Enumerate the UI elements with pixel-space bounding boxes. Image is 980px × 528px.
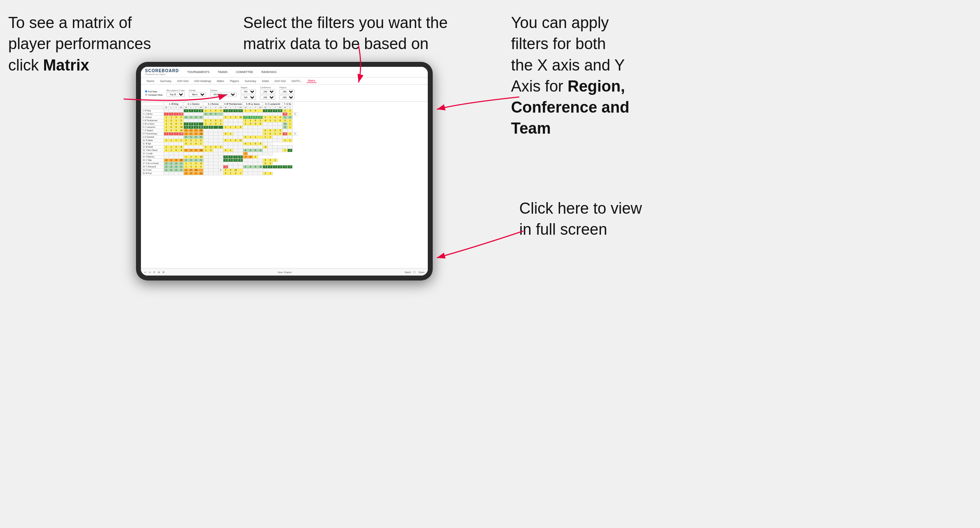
matrix-cell: 0 <box>174 116 179 119</box>
toolbar-watch[interactable]: Watch <box>405 271 411 273</box>
matrix-cell: 3 <box>184 172 189 175</box>
matrix-cell <box>204 136 209 139</box>
matrix-cell: 1 <box>268 116 273 119</box>
table-row: 2. L Clanton210-16101-2422 <box>141 113 298 116</box>
matrix-cell: 1 <box>273 165 278 169</box>
toolbar-redo[interactable]: ↪ <box>149 271 151 273</box>
tab-matrix-active[interactable]: Matrix <box>307 79 317 83</box>
matrix-cell: 2 <box>179 162 184 165</box>
compact-view-radio[interactable]: Compact View <box>145 94 162 96</box>
nav-committee[interactable]: COMMITTEE <box>234 70 255 74</box>
matrix-cell <box>253 113 258 116</box>
matrix-cell: 1 <box>263 132 268 136</box>
full-view-radio[interactable]: Full View <box>145 90 162 93</box>
matrix-cell: 1 <box>209 146 213 149</box>
tab-h2h-heatmap[interactable]: H2H Heatmap <box>193 79 212 83</box>
matrix-cell: 2 <box>189 109 194 113</box>
matrix-cell: 2 <box>248 149 253 152</box>
matrix-cell: 0 <box>213 123 218 126</box>
matrix-cell: -1 <box>258 149 263 152</box>
matrix-cell: 1 <box>174 139 179 142</box>
filter-conference: Conference (All) (All) <box>260 86 275 100</box>
matrix-cell: 0 <box>243 142 248 146</box>
toolbar-reload[interactable]: ⟳ <box>153 271 155 273</box>
matrix-cell <box>253 162 258 165</box>
toolbar-view-original[interactable]: View: Original <box>278 271 292 273</box>
toolbar-fullscreen[interactable]: ⛶ <box>413 271 416 273</box>
matrix-cell: 0 <box>174 113 179 116</box>
matrix-cell: 2 <box>164 159 169 162</box>
matrix-cell <box>258 113 263 116</box>
tab-h2h-grid2[interactable]: H2H Grid <box>273 79 287 83</box>
table-row: 15. P Maichon110-194110-722 <box>141 156 298 159</box>
matrix-cell <box>258 136 263 139</box>
tab-summary[interactable]: Summary <box>159 79 173 83</box>
matrix-cell: 1 <box>189 149 194 152</box>
nav-tournaments[interactable]: TOURNAMENTS <box>185 70 211 74</box>
matrix-cell: 0 <box>263 162 268 165</box>
matrix-cell: -8 <box>199 162 204 165</box>
matrix-cell <box>213 162 218 165</box>
tab-matrix-left[interactable]: Matrix <box>216 79 225 83</box>
matrix-cell: 0 <box>233 139 238 142</box>
matrix-cell <box>248 146 253 149</box>
players-select1[interactable]: (All) <box>279 89 295 94</box>
max-players-select[interactable]: Top 25 <box>166 92 185 97</box>
matrix-cell <box>233 123 238 126</box>
matrix-cell <box>209 156 213 159</box>
matrix-cell <box>278 139 283 142</box>
sub-header-name <box>141 106 164 109</box>
tab-summary2[interactable]: Summary <box>244 79 258 83</box>
matrix-cell <box>218 132 223 136</box>
player-name-cell: 12. M Riedel <box>141 146 164 149</box>
matrix-cell <box>243 146 248 149</box>
player-name-cell: 11. M Ege <box>141 142 164 146</box>
matrix-cell: 2 <box>184 159 189 162</box>
conference-select2[interactable]: (All) <box>260 95 275 100</box>
nav-teams[interactable]: TEAMS <box>216 70 229 74</box>
matrix-cell <box>194 119 199 123</box>
matrix-cell <box>199 152 204 156</box>
matrix-cell <box>204 129 209 132</box>
gender-select[interactable]: Men's <box>189 92 206 97</box>
region-select2[interactable]: N/A <box>241 95 256 100</box>
matrix-cell: 0 <box>223 132 228 136</box>
filter-division: Division NCAA Division I <box>210 89 237 97</box>
matrix-cell <box>164 156 169 159</box>
matrix-container[interactable]: 1. W Ding 2. L Clanton 3. J Koivun 4. M … <box>141 102 428 271</box>
toolbar-share[interactable]: Share <box>418 271 424 273</box>
matrix-cell: 5 <box>263 159 268 162</box>
matrix-cell: 1 <box>288 119 293 123</box>
players-select2[interactable]: (All) <box>279 95 295 100</box>
tab-players[interactable]: Players <box>229 79 240 83</box>
matrix-cell: 1 <box>243 123 248 126</box>
matrix-cell <box>209 159 213 162</box>
tab-teams[interactable]: Teams <box>145 79 155 83</box>
matrix-cell: 0 <box>194 162 199 165</box>
tab-detail[interactable]: Detail <box>260 79 270 83</box>
nav-rankings[interactable]: RANKINGS <box>260 70 278 74</box>
toolbar-settings[interactable]: ⚙ <box>162 271 164 273</box>
tab-h2hth[interactable]: H2HTh... <box>290 79 303 83</box>
matrix-cell: 1 <box>223 126 228 129</box>
sh-t5: T <box>253 106 258 109</box>
matrix-cell: 1 <box>169 149 174 152</box>
matrix-cell <box>278 123 283 126</box>
matrix-cell: 1 <box>174 132 179 136</box>
col-header-empty <box>141 102 164 106</box>
toolbar-zoom[interactable]: ⊕ <box>158 271 160 273</box>
conference-select1[interactable]: (All) <box>260 89 275 94</box>
tab-h2h-grid[interactable]: H2H Grid <box>176 79 190 83</box>
toolbar-undo[interactable]: ↩ <box>144 271 146 273</box>
matrix-cell <box>189 113 194 116</box>
region-select1[interactable]: N/A <box>241 89 256 94</box>
matrix-cell <box>228 152 233 156</box>
matrix-cell: 2 <box>199 116 204 119</box>
matrix-cell: 3 <box>189 172 194 175</box>
division-select[interactable]: NCAA Division I <box>210 92 237 97</box>
matrix-cell: 1 <box>204 119 209 123</box>
matrix-cell <box>238 152 243 156</box>
matrix-cell <box>209 172 213 175</box>
matrix-cell <box>174 152 179 156</box>
matrix-cell: 1 <box>179 165 184 169</box>
